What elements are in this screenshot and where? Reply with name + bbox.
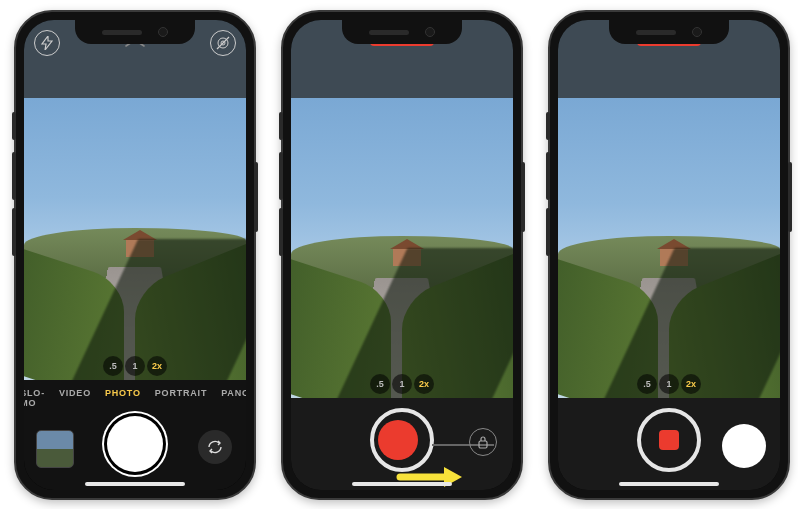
svg-line-2 [217,37,229,49]
slide-right-arrow-icon [396,464,466,490]
zoom-2x[interactable]: 2x [147,356,167,376]
zoom-2x[interactable]: 2x [414,374,434,394]
screen: .5 1 2x SLO-MO VIDEO PHOTO PORTRAIT PANO [24,20,246,490]
power-button [788,162,792,232]
iphone-frame-2: 00:00:06 .5 1 2x [281,10,523,500]
home-indicator[interactable] [619,482,719,486]
camera-bottom-bar [291,398,513,490]
zoom-1x[interactable]: 1 [392,374,412,394]
power-button [254,162,258,232]
notch [609,20,729,44]
capture-still-button[interactable] [722,424,766,468]
viewfinder[interactable]: .5 1 2x [24,98,246,380]
zoom-selector[interactable]: .5 1 2x [370,374,434,394]
shutter-button[interactable] [107,416,163,472]
zoom-selector[interactable]: .5 1 2x [103,356,167,376]
svg-rect-3 [479,441,487,448]
notch [75,20,195,44]
camera-bottom-bar: SLO-MO VIDEO PHOTO PORTRAIT PANO [24,380,246,490]
lock-recording-target[interactable] [469,428,497,456]
live-photo-toggle[interactable] [210,30,236,56]
screen: 00:00:06 .5 1 2x [291,20,513,490]
zoom-0_5x[interactable]: .5 [370,374,390,394]
mute-switch [279,112,283,140]
volume-up-button [546,152,550,200]
volume-down-button [546,208,550,256]
zoom-selector[interactable]: .5 1 2x [637,374,701,394]
live-photo-off-icon [215,35,231,51]
mode-slomo[interactable]: SLO-MO [24,388,45,408]
tutorial-triptych: .5 1 2x SLO-MO VIDEO PHOTO PORTRAIT PANO [0,0,798,509]
mode-video[interactable]: VIDEO [59,388,91,408]
mute-switch [546,112,550,140]
volume-up-button [12,152,16,200]
quicktake-shutter[interactable] [370,408,434,472]
lock-icon [477,435,489,449]
flash-icon [41,36,53,50]
notch [342,20,462,44]
mode-selector[interactable]: SLO-MO VIDEO PHOTO PORTRAIT PANO [24,388,246,408]
viewfinder[interactable]: .5 1 2x [291,98,513,398]
stop-icon [659,430,679,450]
zoom-0_5x[interactable]: .5 [637,374,657,394]
flip-camera-icon [206,438,224,456]
volume-down-button [279,208,283,256]
last-photo-thumbnail[interactable] [36,430,74,468]
zoom-1x[interactable]: 1 [659,374,679,394]
power-button [521,162,525,232]
camera-bottom-bar [558,398,780,490]
zoom-1x[interactable]: 1 [125,356,145,376]
mode-photo[interactable]: PHOTO [105,388,141,408]
iphone-frame-3: 00:00:16 .5 1 2x [548,10,790,500]
volume-down-button [12,208,16,256]
volume-up-button [279,152,283,200]
zoom-2x[interactable]: 2x [681,374,701,394]
stop-recording-button[interactable] [637,408,701,472]
screen: 00:00:16 .5 1 2x [558,20,780,490]
flip-camera-button[interactable] [198,430,232,464]
home-indicator[interactable] [85,482,185,486]
mute-switch [12,112,16,140]
zoom-0_5x[interactable]: .5 [103,356,123,376]
viewfinder[interactable]: .5 1 2x [558,98,780,398]
mode-portrait[interactable]: PORTRAIT [155,388,207,408]
quicktake-record-indicator [378,420,418,460]
flash-toggle[interactable] [34,30,60,56]
mode-pano[interactable]: PANO [221,388,246,408]
iphone-frame-1: .5 1 2x SLO-MO VIDEO PHOTO PORTRAIT PANO [14,10,256,500]
home-indicator[interactable] [352,482,452,486]
